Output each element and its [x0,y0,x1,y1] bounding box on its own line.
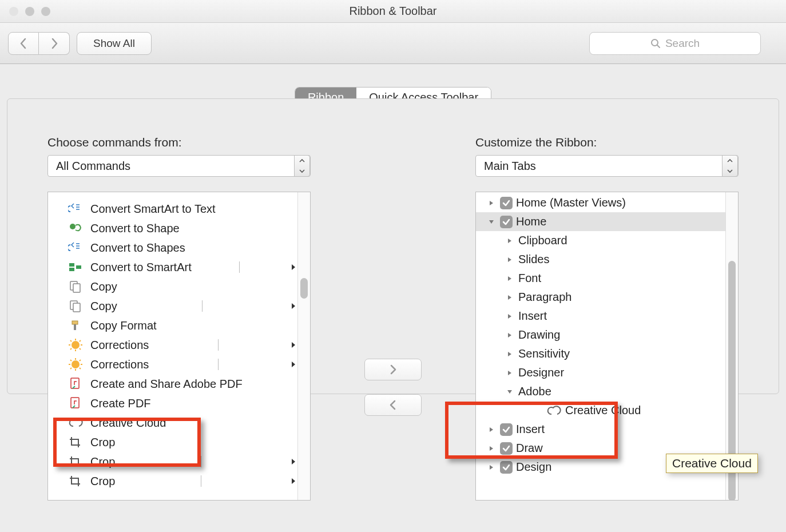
checkbox[interactable] [500,442,513,455]
ribbon-scope-select[interactable]: Main Tabs [475,155,739,177]
copy-icon [66,299,85,313]
command-item[interactable]: Convert to Shapes [53,238,305,257]
tree-item[interactable]: Slides [476,250,738,269]
tree-item[interactable]: Drawing [476,325,738,344]
tree-item-label: Insert [518,309,547,323]
tree-item-label: Clipboard [518,234,567,247]
svg-line-1 [657,45,660,47]
command-item[interactable]: Convert to Shape [53,219,305,238]
tree-item[interactable]: Creative Cloud [476,401,738,420]
command-item[interactable]: Copy [53,277,305,296]
tree-item[interactable]: Clipboard [476,231,738,250]
show-all-button[interactable]: Show All [77,32,152,55]
disclosure-triangle-icon[interactable] [505,332,515,339]
disclosure-triangle-icon[interactable] [486,200,497,207]
command-label: Create PDF [90,397,151,410]
command-item[interactable]: Crop [53,432,305,452]
adobe-pdf-icon [66,376,85,391]
close-window-button[interactable] [9,7,18,16]
commands-list[interactable]: Convert SmartArt to TextConvert to Shape… [47,192,311,501]
command-item[interactable]: Crop [53,452,305,471]
tree-item-label: Home [516,215,546,228]
search-placeholder: Search [665,37,700,50]
disclosure-triangle-icon[interactable] [486,464,497,471]
command-item[interactable]: Crop [53,471,305,491]
command-item[interactable]: Convert to SmartArt [53,257,305,277]
checkbox[interactable] [500,423,513,436]
tree-item[interactable]: Home (Master Views) [476,193,738,212]
disclosure-triangle-icon[interactable] [505,370,515,376]
copy-icon [66,279,85,294]
svg-line-20 [80,340,81,342]
scrollbar[interactable] [297,192,310,500]
tree-item[interactable]: Sensitivity [476,344,738,363]
add-command-button[interactable] [364,359,422,380]
svg-line-27 [80,368,81,369]
command-label: Convert to Shapes [90,241,185,255]
tree-item[interactable]: Adobe [476,382,738,401]
search-icon [650,38,661,49]
disclosure-triangle-icon[interactable] [505,351,515,358]
disclosure-triangle-icon[interactable] [505,237,515,244]
tree-item-label: Paragraph [518,291,571,304]
svg-point-12 [72,341,80,349]
svg-rect-7 [73,284,80,292]
convert-text-icon [66,201,85,216]
crop-icon [66,435,85,450]
checkbox[interactable] [500,461,513,474]
svg-line-26 [70,360,72,361]
copy-format-icon [66,318,85,333]
forward-button[interactable] [39,32,70,55]
show-all-label: Show All [93,37,135,50]
command-item[interactable]: Convert SmartArt to Text [53,199,305,219]
command-label: Crop [90,455,115,469]
chevron-left-icon [19,38,28,49]
disclosure-triangle-icon[interactable] [505,388,515,395]
remove-command-button[interactable] [364,394,422,416]
command-label: Convert to Shape [90,222,180,235]
disclosure-triangle-icon[interactable] [486,445,497,452]
tree-item[interactable]: Paragraph [476,288,738,307]
svg-rect-4 [69,268,74,271]
convert-shape-icon [66,221,85,236]
disclosure-triangle-icon[interactable] [486,219,497,225]
svg-point-2 [70,224,76,229]
tree-item[interactable]: Designer [476,363,738,382]
creative-cloud-icon [546,405,562,416]
tree-item[interactable]: Insert [476,307,738,325]
back-button[interactable] [8,32,39,55]
chevron-right-icon [50,38,59,49]
scroll-thumb[interactable] [300,278,308,299]
tree-item[interactable]: Home [476,212,738,231]
command-label: Convert to SmartArt [90,261,192,274]
disclosure-triangle-icon[interactable] [505,294,515,301]
command-item[interactable]: Copy [53,296,305,316]
command-item[interactable]: Corrections [53,355,305,374]
corrections-icon [66,357,85,372]
command-item[interactable]: Creative Cloud [53,413,305,432]
command-label: Creative Cloud [90,416,166,430]
checkbox[interactable] [500,197,513,209]
command-item[interactable]: Create and Share Adobe PDF [53,374,305,394]
disclosure-triangle-icon[interactable] [505,256,515,263]
command-item[interactable]: Corrections [53,335,305,355]
tree-item[interactable]: Insert [476,420,738,439]
create-pdf-icon [66,396,85,411]
disclosure-triangle-icon[interactable] [486,426,497,433]
tree-item[interactable]: Font [476,269,738,288]
tree-item-label: Adobe [518,385,551,398]
command-item[interactable]: Create PDF [53,394,305,413]
svg-rect-3 [69,263,74,267]
creative-cloud-icon [66,415,85,430]
commands-source-value: All Commands [56,160,130,173]
command-item[interactable]: Copy Format [53,316,305,335]
disclosure-triangle-icon[interactable] [505,275,515,282]
search-input[interactable]: Search [589,32,761,55]
minimize-window-button[interactable] [25,7,34,16]
disclosure-triangle-icon[interactable] [505,313,515,320]
zoom-window-button[interactable] [41,7,50,16]
checkbox[interactable] [500,216,513,228]
chevron-right-icon [388,364,398,375]
tree-item-label: Home (Master Views) [516,196,626,209]
commands-source-select[interactable]: All Commands [47,155,311,177]
